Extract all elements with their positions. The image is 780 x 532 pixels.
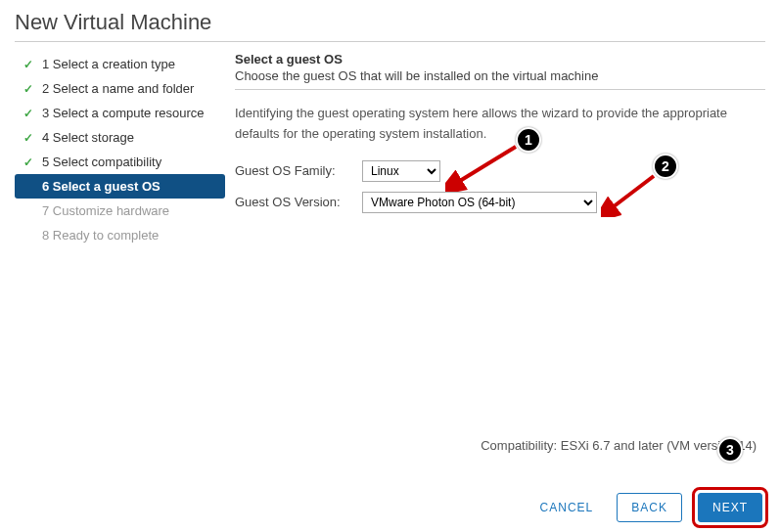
next-highlight-box: NEXT — [692, 487, 768, 528]
step-label: 3 Select a compute resource — [42, 106, 205, 120]
check-icon: ✓ — [23, 82, 34, 96]
step-7: ✓7 Customize hardware — [15, 199, 225, 223]
section-subheading: Choose the guest OS that will be install… — [235, 68, 765, 83]
step-8: ✓8 Ready to complete — [15, 223, 225, 247]
callout-2: 2 — [653, 154, 678, 179]
step-3[interactable]: ✓3 Select a compute resource — [15, 101, 225, 125]
divider-inner — [235, 89, 765, 90]
check-icon: ✓ — [23, 58, 34, 71]
check-icon: ✓ — [23, 107, 34, 120]
wizard-sidebar: ✓1 Select a creation type ✓2 Select a na… — [15, 52, 225, 247]
back-button[interactable]: BACK — [617, 493, 682, 522]
page-title: New Virtual Machine — [15, 10, 765, 39]
step-4[interactable]: ✓4 Select storage — [15, 125, 225, 150]
guest-os-family-label: Guest OS Family: — [235, 163, 362, 178]
step-label: 8 Ready to complete — [42, 228, 159, 243]
step-label: 5 Select compatibility — [42, 155, 161, 169]
step-label: 1 Select a creation type — [42, 57, 175, 71]
guest-os-version-select[interactable]: VMware Photon OS (64-bit) — [362, 192, 597, 213]
step-6[interactable]: ✓6 Select a guest OS — [15, 174, 225, 199]
step-2[interactable]: ✓2 Select a name and folder — [15, 76, 225, 101]
step-label: 7 Customize hardware — [42, 203, 169, 218]
section-heading: Select a guest OS — [235, 52, 765, 66]
check-icon: ✓ — [23, 155, 34, 169]
section-description: Identifying the guest operating system h… — [235, 104, 765, 145]
step-label: 2 Select a name and folder — [42, 81, 194, 96]
callout-3: 3 — [717, 437, 743, 463]
step-5[interactable]: ✓5 Select compatibility — [15, 150, 225, 174]
next-button[interactable]: NEXT — [698, 493, 762, 522]
divider-top — [15, 41, 765, 42]
wizard-footer: CANCEL BACK NEXT — [527, 487, 768, 528]
compatibility-text: Compatibility: ESXi 6.7 and later (VM ve… — [481, 438, 757, 453]
callout-1: 1 — [516, 127, 541, 153]
step-label: 6 Select a guest OS — [42, 179, 161, 194]
step-1[interactable]: ✓1 Select a creation type — [15, 52, 225, 76]
guest-os-family-select[interactable]: Linux — [362, 160, 440, 182]
step-label: 4 Select storage — [42, 130, 134, 145]
guest-os-version-label: Guest OS Version: — [235, 195, 362, 209]
check-icon: ✓ — [23, 131, 34, 145]
wizard-main: Select a guest OS Choose the guest OS th… — [235, 52, 765, 247]
cancel-button[interactable]: CANCEL — [527, 494, 608, 521]
